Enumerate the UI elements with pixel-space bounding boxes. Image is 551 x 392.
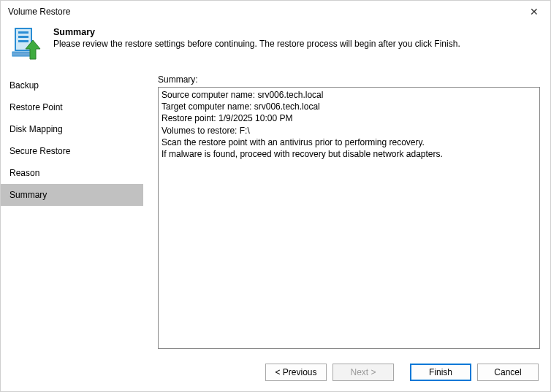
header-subtitle: Please review the restore settings befor…	[53, 39, 460, 49]
wizard-header: Summary Please review the restore settin…	[1, 23, 550, 69]
sidebar-item-disk-mapping[interactable]: Disk Mapping	[1, 118, 143, 140]
cancel-button[interactable]: Cancel	[477, 364, 539, 381]
svg-rect-3	[18, 40, 28, 42]
svg-rect-1	[18, 31, 28, 34]
previous-button[interactable]: < Previous	[265, 364, 327, 381]
wizard-body: Backup Restore Point Disk Mapping Secure…	[1, 69, 550, 353]
sidebar-item-restore-point[interactable]: Restore Point	[1, 96, 143, 118]
svg-rect-2	[18, 36, 28, 38]
header-text: Summary Please review the restore settin…	[53, 26, 460, 49]
wizard-footer: < Previous Next > Finish Cancel	[1, 353, 550, 391]
restore-volume-icon	[10, 26, 45, 61]
sidebar-item-backup[interactable]: Backup	[1, 74, 143, 96]
header-title: Summary	[53, 27, 460, 37]
close-icon: ✕	[530, 6, 539, 18]
content-panel: Summary: Source computer name: srv006.te…	[143, 70, 550, 353]
titlebar: Volume Restore ✕	[1, 1, 550, 23]
summary-label: Summary:	[158, 74, 540, 85]
next-button: Next >	[332, 364, 394, 381]
wizard-steps-sidebar: Backup Restore Point Disk Mapping Secure…	[1, 70, 143, 353]
sidebar-item-secure-restore[interactable]: Secure Restore	[1, 140, 143, 162]
summary-textbox[interactable]: Source computer name: srv006.tech.local …	[158, 87, 540, 349]
sidebar-item-summary[interactable]: Summary	[1, 184, 143, 206]
sidebar-item-reason[interactable]: Reason	[1, 162, 143, 184]
window-title: Volume Restore	[8, 7, 518, 17]
finish-button[interactable]: Finish	[410, 364, 471, 381]
volume-restore-dialog: Volume Restore ✕ Summary Please review t…	[0, 0, 551, 392]
close-button[interactable]: ✕	[518, 1, 550, 23]
